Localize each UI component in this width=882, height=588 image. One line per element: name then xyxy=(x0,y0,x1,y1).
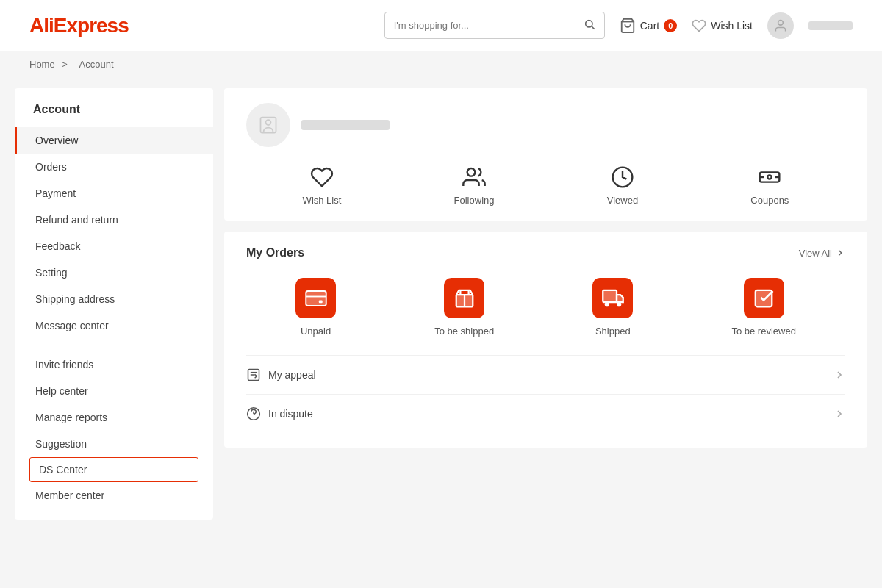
wishlist-stat-icon xyxy=(310,165,334,189)
sidebar-item-setting[interactable]: Setting xyxy=(15,259,213,286)
orders-card: My Orders View All xyxy=(224,232,867,448)
user-avatar[interactable] xyxy=(767,12,794,39)
order-stats: Unpaid To be shipped xyxy=(246,278,845,337)
svg-marker-18 xyxy=(617,295,623,302)
stat-following[interactable]: Following xyxy=(454,165,495,206)
cart-label: Cart xyxy=(640,20,659,32)
breadcrumb-current: Account xyxy=(79,59,114,70)
cart-count: 0 xyxy=(664,19,677,32)
following-stat-label: Following xyxy=(454,195,495,206)
order-to-be-shipped[interactable]: To be shipped xyxy=(434,278,494,337)
sidebar-item-member[interactable]: Member center xyxy=(15,482,213,509)
logo[interactable]: AliExpress xyxy=(29,14,129,37)
svg-point-3 xyxy=(778,20,784,25)
review-icon xyxy=(753,287,775,309)
sidebar-title: Account xyxy=(15,99,213,127)
appeal-chevron-icon xyxy=(833,369,845,381)
header-actions: Cart 0 Wish List xyxy=(620,12,853,39)
profile-top xyxy=(246,103,845,147)
svg-line-1 xyxy=(592,26,595,29)
shipped-icon-bg xyxy=(592,278,633,318)
svg-rect-12 xyxy=(318,300,322,303)
breadcrumb: Home > Account xyxy=(0,51,882,77)
wallet-icon xyxy=(305,287,327,309)
to-be-shipped-label: To be shipped xyxy=(434,326,494,337)
cart-button[interactable]: Cart 0 xyxy=(620,18,677,34)
chevron-right-icon xyxy=(835,248,845,258)
svg-rect-17 xyxy=(603,290,617,301)
orders-header: My Orders View All xyxy=(246,246,845,259)
sidebar-item-payment[interactable]: Payment xyxy=(15,180,213,207)
svg-point-19 xyxy=(605,302,609,306)
user-name xyxy=(808,21,853,30)
truck-icon xyxy=(602,287,624,309)
coupons-stat-label: Coupons xyxy=(750,195,789,206)
header: AliExpress Cart 0 Wish List xyxy=(0,0,882,51)
sidebar-item-dscenter[interactable]: DS Center xyxy=(29,457,198,482)
to-be-reviewed-label: To be reviewed xyxy=(731,326,795,337)
dispute-chevron-icon xyxy=(833,408,845,420)
dispute-icon xyxy=(246,406,261,421)
stat-coupons[interactable]: Coupons xyxy=(750,165,789,206)
search-icon xyxy=(584,18,595,30)
sidebar-item-reports[interactable]: Manage reports xyxy=(15,404,213,431)
cart-icon xyxy=(620,18,636,34)
to-be-shipped-icon-bg xyxy=(444,278,484,318)
sidebar-item-overview[interactable]: Overview xyxy=(15,127,213,154)
svg-point-0 xyxy=(585,21,592,27)
wishlist-button[interactable]: Wish List xyxy=(692,18,753,33)
sidebar-item-refund[interactable]: Refund and return xyxy=(15,207,213,233)
orders-title: My Orders xyxy=(246,246,304,259)
coupons-stat-icon xyxy=(758,165,781,189)
profile-card: Wish List Following xyxy=(224,88,867,220)
profile-name xyxy=(301,120,390,130)
breadcrumb-separator: > xyxy=(62,59,68,70)
order-unpaid[interactable]: Unpaid xyxy=(295,278,336,337)
svg-point-6 xyxy=(467,168,476,176)
main-layout: Account OverviewOrdersPaymentRefund and … xyxy=(0,77,882,531)
sidebar-items: OverviewOrdersPaymentRefund and returnFe… xyxy=(15,127,213,509)
shipped-label: Shipped xyxy=(595,326,631,337)
sidebar-item-orders[interactable]: Orders xyxy=(15,154,213,180)
appeal-icon xyxy=(246,368,261,382)
order-to-be-reviewed[interactable]: To be reviewed xyxy=(731,278,795,337)
profile-avatar xyxy=(246,103,290,147)
stat-viewed[interactable]: Viewed xyxy=(607,165,638,206)
sidebar-item-help[interactable]: Help center xyxy=(15,378,213,404)
order-shipped[interactable]: Shipped xyxy=(592,278,633,337)
view-all-button[interactable]: View All xyxy=(799,248,845,259)
heart-icon xyxy=(692,18,706,33)
appeal-label: My appeal xyxy=(268,369,833,381)
viewed-stat-label: Viewed xyxy=(607,195,638,206)
svg-rect-21 xyxy=(756,290,772,306)
search-bar xyxy=(384,12,605,39)
dispute-label: In dispute xyxy=(268,408,833,420)
to-be-reviewed-icon-bg xyxy=(744,278,784,318)
sidebar-item-message[interactable]: Message center xyxy=(15,312,213,339)
svg-point-20 xyxy=(617,302,621,306)
sidebar: Account OverviewOrdersPaymentRefund and … xyxy=(15,88,213,520)
breadcrumb-home[interactable]: Home xyxy=(29,59,55,70)
following-stat-icon xyxy=(462,165,486,189)
sidebar-item-feedback[interactable]: Feedback xyxy=(15,233,213,259)
sidebar-item-shipping[interactable]: Shipping address xyxy=(15,286,213,312)
main-content: Wish List Following xyxy=(224,88,867,520)
wishlist-label: Wish List xyxy=(711,20,753,32)
svg-point-11 xyxy=(768,175,772,179)
search-button[interactable] xyxy=(576,12,603,38)
package-icon xyxy=(453,287,476,309)
appeal-row[interactable]: My appeal xyxy=(246,355,845,394)
user-icon xyxy=(773,18,788,33)
avatar-icon xyxy=(258,115,279,135)
unpaid-label: Unpaid xyxy=(301,326,331,337)
search-input[interactable] xyxy=(385,14,576,37)
sidebar-item-invite[interactable]: Invite friends xyxy=(15,351,213,378)
wishlist-stat-label: Wish List xyxy=(303,195,342,206)
sidebar-item-suggestion[interactable]: Suggestion xyxy=(15,431,213,457)
svg-point-5 xyxy=(266,120,271,125)
stat-wishlist[interactable]: Wish List xyxy=(303,165,342,206)
viewed-stat-icon xyxy=(611,165,634,189)
profile-stats: Wish List Following xyxy=(246,165,845,206)
unpaid-icon-bg xyxy=(295,278,336,318)
dispute-row[interactable]: In dispute xyxy=(246,394,845,433)
